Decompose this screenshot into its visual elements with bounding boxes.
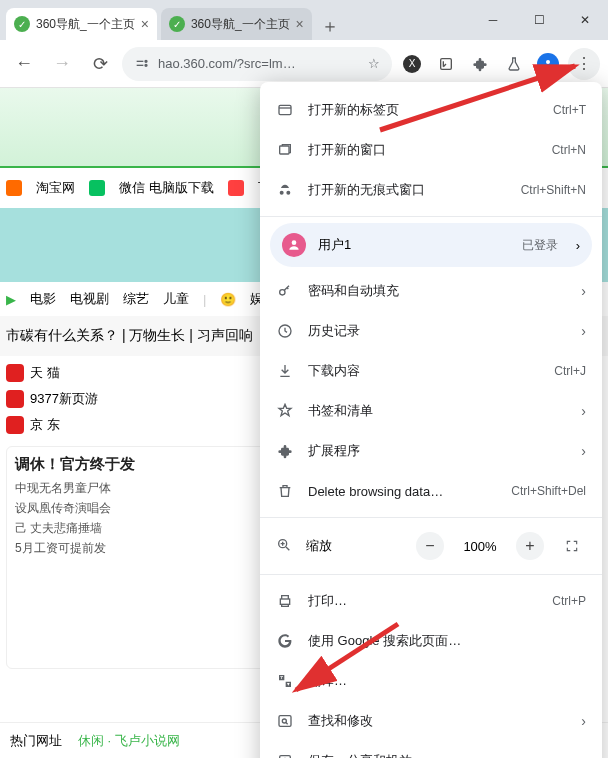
maximize-button[interactable]: ☐ [516, 0, 562, 40]
baidu-icon [228, 180, 244, 196]
star-icon[interactable]: ☆ [368, 56, 380, 71]
svg-point-5 [546, 60, 550, 64]
menu-passwords[interactable]: 密码和自动填充 › [260, 271, 602, 311]
cat-tv[interactable]: 电视剧 [70, 290, 109, 308]
tmall-icon [6, 364, 24, 382]
extension-icon-2[interactable] [432, 50, 460, 78]
menu-print[interactable]: 打印… Ctrl+P [260, 581, 602, 621]
zoom-icon [276, 537, 292, 556]
user-avatar-icon [282, 233, 306, 257]
menu-incognito[interactable]: 打开新的无痕式窗口 Ctrl+Shift+N [260, 170, 602, 210]
menu-user-row[interactable]: 用户1 已登录 › [270, 223, 592, 267]
svg-point-10 [280, 290, 285, 295]
news-line-1[interactable]: 中现无名男童尸体 [15, 480, 291, 500]
key-icon [276, 282, 294, 300]
forward-button[interactable]: → [46, 48, 78, 80]
tab-2[interactable]: ✓ 360导航_一个主页 × [161, 8, 312, 40]
menu-bookmarks[interactable]: 书签和清单 › [260, 391, 602, 431]
bottom-tab-1[interactable]: 热门网址 [10, 732, 62, 750]
svg-rect-13 [280, 599, 289, 604]
grid-jd[interactable]: 京 东 [30, 416, 60, 434]
tab-2-close[interactable]: × [296, 16, 304, 32]
extensions-icon [276, 442, 294, 460]
save-share-icon [276, 752, 294, 758]
menu-history[interactable]: 历史记录 › [260, 311, 602, 351]
print-icon [276, 592, 294, 610]
cat-movie[interactable]: 电影 [30, 290, 56, 308]
trash-icon [276, 482, 294, 500]
site-info-icon[interactable] [134, 56, 150, 72]
extension-icon-1[interactable]: X [398, 50, 426, 78]
menu-downloads[interactable]: 下载内容 Ctrl+J [260, 351, 602, 391]
url-bar[interactable]: hao.360.com/?src=lm… ☆ [122, 47, 392, 81]
profile-avatar[interactable] [534, 50, 562, 78]
news-card: 调休！官方终于发 中现无名男童尸体 设凤凰传奇演唱会 己 丈夫悲痛捶墙 5月工资… [6, 446, 300, 669]
zoom-out-button[interactable]: − [416, 532, 444, 560]
grid-tmall[interactable]: 天 猫 [30, 364, 60, 382]
menu-extensions[interactable]: 扩展程序 › [260, 431, 602, 471]
bookmark-star-icon [276, 402, 294, 420]
zoom-label: 缩放 [306, 537, 402, 555]
svg-rect-8 [280, 146, 289, 154]
user-status: 已登录 [522, 237, 558, 254]
menu-new-tab[interactable]: 打开新的标签页 Ctrl+T [260, 90, 602, 130]
menu-zoom-row: 缩放 − 100% + [260, 524, 602, 568]
ent-icon: 🙂 [220, 292, 236, 307]
link-taobao[interactable]: 淘宝网 [36, 179, 75, 197]
news-line-3[interactable]: 己 丈夫悲痛捶墙 [15, 520, 291, 540]
chevron-right-icon: › [581, 753, 586, 758]
download-icon [276, 362, 294, 380]
toolbar: ← → ⟳ hao.360.com/?src=lm… ☆ X ⋮ [0, 40, 608, 88]
news-line-2[interactable]: 设凤凰传奇演唱会 [15, 500, 291, 520]
find-icon [276, 712, 294, 730]
favicon-icon: ✓ [169, 16, 185, 32]
zoom-in-button[interactable]: + [516, 532, 544, 560]
back-button[interactable]: ← [8, 48, 40, 80]
tab-1-title: 360导航_一个主页 [36, 16, 135, 33]
new-tab-icon [276, 101, 294, 119]
chevron-right-icon: › [581, 323, 586, 339]
extensions-puzzle-icon[interactable] [466, 50, 494, 78]
new-tab-button[interactable]: ＋ [316, 12, 344, 40]
new-window-icon [276, 141, 294, 159]
game-icon [6, 390, 24, 408]
news-headline[interactable]: 调休！官方终于发 [15, 455, 291, 474]
svg-point-9 [292, 240, 297, 245]
menu-google-search[interactable]: 使用 Google 搜索此页面… [260, 621, 602, 661]
history-icon [276, 322, 294, 340]
svg-rect-14 [279, 716, 291, 727]
svg-point-3 [145, 64, 147, 66]
taobao-icon [6, 180, 22, 196]
chevron-right-icon: › [581, 283, 586, 299]
tab-1[interactable]: ✓ 360导航_一个主页 × [6, 8, 157, 40]
chevron-right-icon: › [576, 238, 580, 253]
menu-translate[interactable]: 翻译… [260, 661, 602, 701]
menu-find[interactable]: 查找和修改 › [260, 701, 602, 741]
more-menu-button[interactable]: ⋮ [568, 48, 600, 80]
incognito-icon [276, 181, 294, 199]
minimize-button[interactable]: ─ [470, 0, 516, 40]
cat-kids[interactable]: 儿童 [163, 290, 189, 308]
news-line-4[interactable]: 5月工资可提前发 [15, 540, 291, 560]
user-label: 用户1 [318, 236, 510, 254]
chevron-right-icon: › [581, 443, 586, 459]
svg-rect-6 [279, 105, 291, 114]
grid-game[interactable]: 9377新页游 [30, 390, 98, 408]
labs-flask-icon[interactable] [500, 50, 528, 78]
fullscreen-button[interactable] [558, 532, 586, 560]
jd-icon [6, 416, 24, 434]
menu-save-share[interactable]: 保存、分享和投放 › [260, 741, 602, 758]
reload-button[interactable]: ⟳ [84, 48, 116, 80]
menu-delete-data[interactable]: Delete browsing data… Ctrl+Shift+Del [260, 471, 602, 511]
zoom-pct: 100% [458, 539, 502, 554]
bottom-tab-2[interactable]: 休闲 · 飞卢小说网 [78, 732, 180, 750]
cat-variety[interactable]: 综艺 [123, 290, 149, 308]
link-wechat[interactable]: 微信 电脑版下载 [119, 179, 214, 197]
close-button[interactable]: ✕ [562, 0, 608, 40]
tab-2-title: 360导航_一个主页 [191, 16, 290, 33]
tab-1-close[interactable]: × [141, 16, 149, 32]
chrome-menu: 打开新的标签页 Ctrl+T 打开新的窗口 Ctrl+N 打开新的无痕式窗口 C… [260, 82, 602, 758]
chevron-right-icon: › [581, 403, 586, 419]
url-text: hao.360.com/?src=lm… [158, 56, 296, 71]
menu-new-window[interactable]: 打开新的窗口 Ctrl+N [260, 130, 602, 170]
